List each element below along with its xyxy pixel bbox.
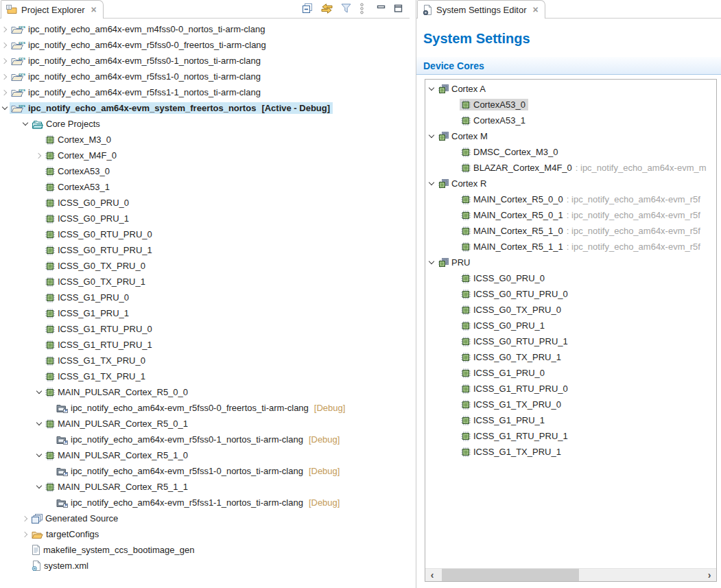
tree-item[interactable]: CortexA53_0 [425, 97, 716, 113]
tree-item[interactable]: ICSS_G0_RTU_PRU_0 [425, 286, 716, 302]
tree-item[interactable]: DMSC_Cortex_M3_0 [425, 144, 716, 160]
tree-item-content: ICSS_G1_TX_PRU_0 [460, 399, 564, 410]
tree-item[interactable]: ICSS_G1_RTU_PRU_0 [0, 321, 410, 337]
tree-item[interactable]: MAIN_PULSAR_Cortex_R5_1_1 [0, 479, 410, 495]
scrollbar-track[interactable] [439, 569, 702, 581]
tree-item[interactable]: makefile_system_ccs_bootimage_gen [0, 542, 410, 558]
tree-item[interactable]: ICSS_G1_RTU_PRU_1 [425, 428, 716, 444]
scroll-right-icon[interactable]: › [702, 569, 716, 581]
chevron-spacer [34, 368, 44, 384]
tree-item[interactable]: ICSS_G0_RTU_PRU_0 [0, 226, 410, 242]
tree-item[interactable]: ccsipc_notify_echo_am64x-evm_r5fss1-1_no… [0, 84, 410, 100]
tree-item[interactable]: MAIN_PULSAR_Cortex_R5_0_1 [0, 416, 410, 432]
tree-item[interactable]: MAIN_Cortex_R5_0_1: ipc_notify_echo_am64… [425, 207, 716, 223]
system-settings-panel: System Settings Editor × System Settings… [416, 0, 721, 588]
scroll-left-icon[interactable]: ‹ [425, 569, 439, 581]
tree-item[interactable]: ipc_notify_echo_am64x-evm_r5fss1-1_norto… [0, 495, 410, 510]
chevron-expanded-icon[interactable] [21, 116, 30, 132]
tree-item[interactable]: ICSS_G1_TX_PRU_0 [0, 353, 410, 368]
chevron-expanded-icon[interactable] [427, 255, 436, 270]
linked-project-suffix: : ipc_notify_echo_am64x-evm_r5f [567, 242, 700, 252]
close-icon[interactable]: × [91, 5, 96, 14]
tree-item[interactable]: ICSS_G1_RTU_PRU_0 [425, 381, 716, 397]
chevron-collapsed-icon[interactable] [0, 84, 10, 100]
tree-item[interactable]: ipc_notify_echo_am64x-evm_r5fss1-0_norto… [0, 463, 410, 479]
chevron-expanded-icon[interactable] [34, 416, 44, 432]
tree-item[interactable]: ICSS_G1_TX_PRU_0 [425, 397, 716, 412]
tree-item[interactable]: targetConfigs [0, 526, 410, 542]
tree-item[interactable]: Generated Source [0, 510, 410, 526]
tree-item[interactable]: ccsipc_notify_echo_am64x-evm_r5fss0-0_fr… [0, 37, 410, 53]
chevron-collapsed-icon[interactable] [21, 510, 30, 526]
tree-item[interactable]: ICSS_G1_TX_PRU_1 [0, 368, 410, 384]
chevron-expanded-icon[interactable] [427, 176, 436, 191]
tree-item[interactable]: ICSS_G1_RTU_PRU_1 [0, 337, 410, 353]
view-menu-button[interactable] [359, 2, 365, 17]
chevron-expanded-icon[interactable] [34, 447, 44, 463]
tree-item[interactable]: ICSS_G0_TX_PRU_1 [425, 349, 716, 365]
chip-icon [45, 340, 55, 350]
link-with-editor-button[interactable] [320, 3, 333, 16]
tree-item[interactable]: MAIN_PULSAR_Cortex_R5_0_0 [0, 384, 410, 400]
chevron-collapsed-icon[interactable] [0, 21, 10, 37]
tree-item[interactable]: Cortex R [425, 176, 716, 191]
tree-item[interactable]: CortexA53_1 [0, 179, 410, 195]
chevron-collapsed-icon[interactable] [0, 37, 10, 53]
collapse-all-button[interactable] [301, 2, 314, 16]
tree-item[interactable]: ICSS_G0_TX_PRU_0 [0, 258, 410, 274]
tree-item[interactable]: ICSS_G0_PRU_0 [0, 195, 410, 211]
tree-item[interactable]: ICSS_G1_PRU_0 [425, 365, 716, 381]
tree-item[interactable]: ICSS_G0_TX_PRU_0 [425, 302, 716, 318]
maximize-button[interactable] [393, 3, 403, 15]
horizontal-scrollbar[interactable]: ‹ › [425, 568, 716, 581]
minimize-button[interactable] [376, 3, 386, 15]
chevron-spacer [450, 160, 460, 176]
tree-item[interactable]: PRU [425, 255, 716, 270]
tree-item[interactable]: Cortex_M3_0 [0, 132, 410, 148]
tree-item[interactable]: ipc_notify_echo_am64x-evm_r5fss0-1_norto… [0, 432, 410, 447]
chevron-collapsed-icon[interactable] [0, 69, 10, 84]
tree-item[interactable]: ICSS_G0_PRU_1 [0, 211, 410, 226]
tree-item[interactable]: ICSS_G1_PRU_1 [425, 412, 716, 428]
tree-item[interactable]: ipc_notify_echo_am64x-evm_r5fss0-0_freer… [0, 400, 410, 416]
filter-button[interactable] [340, 3, 352, 16]
tree-item[interactable]: ccsipc_notify_echo_am64x-evm_m4fss0-0_no… [0, 21, 410, 37]
tree-item[interactable]: MAIN_Cortex_R5_1_1: ipc_notify_echo_am64… [425, 239, 716, 255]
tree-item[interactable]: Core Projects [0, 116, 410, 132]
tree-item[interactable]: Cortex_M4F_0 [0, 148, 410, 163]
tab-system-settings-editor[interactable]: System Settings Editor × [417, 0, 545, 19]
tree-item[interactable]: ICSS_G1_PRU_1 [0, 305, 410, 321]
chevron-expanded-icon[interactable] [427, 128, 436, 144]
tab-project-explorer[interactable]: Project Explorer × [1, 0, 104, 19]
tree-item[interactable]: ICSS_G0_PRU_1 [425, 318, 716, 333]
tree-item[interactable]: MAIN_Cortex_R5_0_0: ipc_notify_echo_am64… [425, 191, 716, 207]
scrollbar-thumb[interactable] [442, 569, 579, 581]
chevron-expanded-icon[interactable] [0, 100, 10, 116]
tree-item[interactable]: ccsipc_notify_echo_am64x-evm_r5fss0-1_no… [0, 53, 410, 69]
tree-item[interactable]: CortexA53_0 [0, 163, 410, 179]
chevron-collapsed-icon[interactable] [21, 526, 30, 542]
tree-item[interactable]: BLAZAR_Cortex_M4F_0: ipc_notify_echo_am6… [425, 160, 716, 176]
chevron-collapsed-icon[interactable] [0, 53, 10, 69]
close-icon[interactable]: × [533, 5, 539, 14]
chevron-expanded-icon[interactable] [34, 479, 44, 495]
tree-item[interactable]: CortexA53_1 [425, 113, 716, 128]
tree-item[interactable]: ICSS_G1_PRU_0 [0, 290, 410, 305]
panel-sash[interactable] [410, 0, 416, 588]
tree-item[interactable]: ccsipc_notify_echo_am64x-evm_r5fss1-0_no… [0, 69, 410, 84]
tree-item[interactable]: Cortex A [425, 81, 716, 97]
tree-item-content: ICSS_G1_RTU_PRU_0 [460, 383, 571, 395]
tree-item[interactable]: MAIN_Cortex_R5_1_0: ipc_notify_echo_am64… [425, 223, 716, 239]
chevron-expanded-icon[interactable] [34, 384, 44, 400]
chevron-collapsed-icon[interactable] [34, 148, 44, 163]
chevron-expanded-icon[interactable] [427, 81, 436, 97]
tree-item[interactable]: ICSS_G0_RTU_PRU_1 [0, 242, 410, 258]
tree-item[interactable]: system.xml [0, 558, 410, 574]
tree-item[interactable]: ICSS_G0_RTU_PRU_1 [425, 333, 716, 349]
tree-item[interactable]: ICSS_G0_PRU_0 [425, 270, 716, 286]
tree-item[interactable]: ICSS_G1_TX_PRU_1 [425, 444, 716, 460]
tree-item[interactable]: ICSS_G0_TX_PRU_1 [0, 274, 410, 290]
tree-item[interactable]: Cortex M [425, 128, 716, 144]
tree-item[interactable]: MAIN_PULSAR_Cortex_R5_1_0 [0, 447, 410, 463]
tree-item[interactable]: sysipc_notify_echo_am64x-evm_system_free… [0, 100, 410, 116]
